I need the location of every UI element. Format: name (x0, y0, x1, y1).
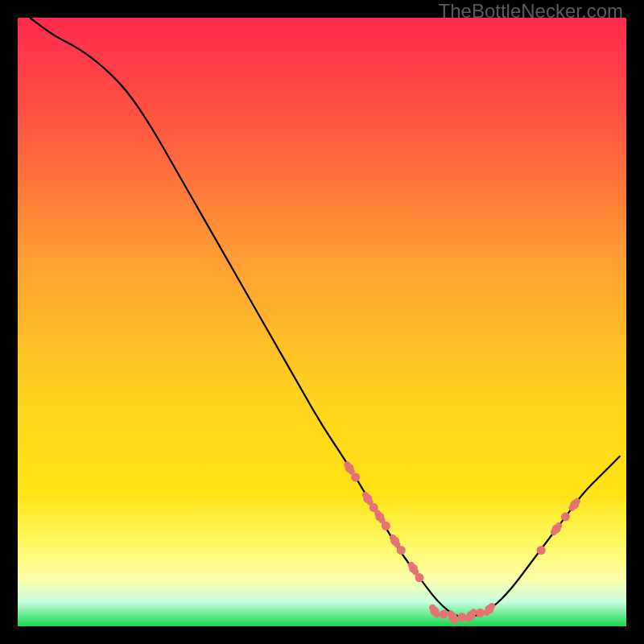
marker-dot (382, 522, 390, 530)
marker-dot (415, 573, 423, 582)
marker-dot (440, 609, 448, 618)
marker-dot (351, 473, 360, 481)
marker-dot (476, 609, 485, 617)
marker-dot (537, 546, 546, 555)
marker-dot (561, 512, 570, 521)
chart-frame (18, 18, 626, 626)
chart-svg (18, 18, 626, 626)
marker-dot (457, 613, 466, 621)
gradient-background (18, 18, 626, 626)
marker-dot (397, 546, 406, 555)
watermark-text: TheBottleNecker.com (439, 0, 623, 23)
